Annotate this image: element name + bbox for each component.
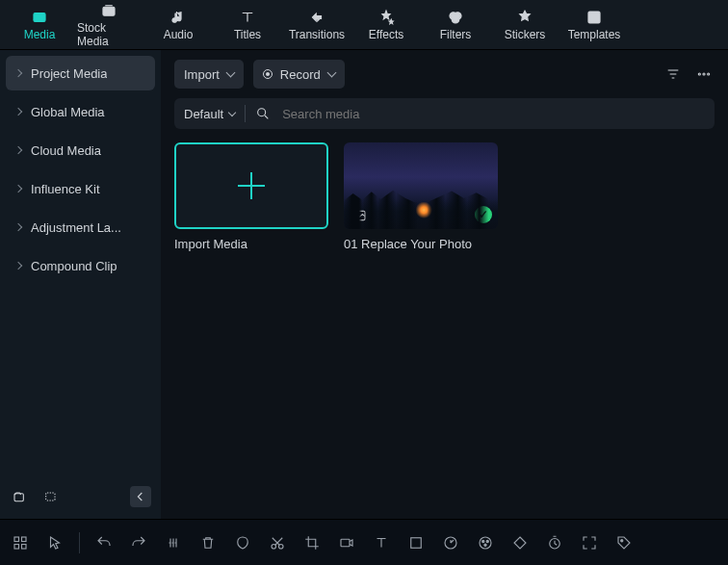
- tab-stock-media[interactable]: Stock Media: [77, 2, 141, 48]
- tab-effects[interactable]: Effects: [354, 2, 418, 48]
- image-icon: [351, 208, 367, 223]
- sidebar-item-influence-kit[interactable]: Influence Kit: [6, 171, 155, 206]
- divider: [245, 105, 246, 122]
- media-icon: [31, 9, 48, 26]
- sidebar-item-label: Cloud Media: [31, 143, 101, 158]
- keyframe-icon[interactable]: [509, 532, 531, 553]
- redo-icon[interactable]: [128, 532, 149, 553]
- svg-rect-23: [411, 537, 422, 548]
- timer-icon[interactable]: [544, 532, 565, 553]
- svg-rect-14: [353, 211, 365, 219]
- sidebar-item-global-media[interactable]: Global Media: [6, 94, 155, 129]
- speed-icon[interactable]: [440, 532, 461, 553]
- stickers-icon: [516, 9, 533, 26]
- check-icon: ✓: [475, 206, 492, 223]
- tab-audio[interactable]: Audio: [146, 2, 210, 48]
- sidebar-item-label: Global Media: [31, 105, 105, 119]
- marker-icon[interactable]: [163, 532, 184, 553]
- sidebar-item-label: Project Media: [31, 66, 107, 81]
- new-bin-icon[interactable]: [40, 486, 62, 507]
- mask-icon[interactable]: [232, 532, 253, 553]
- svg-point-3: [106, 10, 108, 12]
- new-folder-icon[interactable]: [10, 486, 31, 507]
- crop-icon[interactable]: [301, 532, 323, 553]
- svg-point-13: [258, 109, 266, 116]
- sidebar-item-adjustment-la-[interactable]: Adjustment La...: [6, 210, 155, 244]
- svg-point-10: [698, 73, 700, 75]
- import-tile[interactable]: [174, 142, 328, 229]
- import-button[interactable]: Import: [174, 60, 244, 89]
- sidebar-item-project-media[interactable]: Project Media: [6, 56, 155, 90]
- tab-label: Media: [24, 28, 56, 41]
- tab-titles[interactable]: Titles: [216, 2, 279, 48]
- svg-rect-22: [341, 539, 350, 547]
- delete-icon[interactable]: [197, 532, 219, 553]
- svg-point-15: [356, 214, 358, 216]
- main-panel: Import Record Default Import Media✓01 Re…: [161, 50, 728, 519]
- chevron-right-icon: [14, 185, 22, 193]
- svg-point-6: [452, 15, 459, 23]
- import-label: Import: [184, 67, 220, 82]
- grid-icon[interactable]: [10, 532, 31, 553]
- undo-icon[interactable]: [93, 532, 115, 553]
- expand-icon[interactable]: [579, 532, 600, 553]
- search-row: Default: [174, 98, 715, 129]
- record-button[interactable]: Record: [253, 60, 345, 89]
- separator: [79, 532, 80, 553]
- media-grid: Import Media✓01 Replace Your Photo: [174, 139, 715, 251]
- chevron-right-icon: [14, 223, 22, 231]
- svg-point-26: [482, 540, 484, 542]
- tab-label: Filters: [440, 28, 472, 41]
- color-icon[interactable]: [475, 532, 496, 553]
- camera-icon[interactable]: [336, 532, 357, 553]
- svg-rect-2: [103, 7, 115, 15]
- templates-icon: [585, 9, 603, 26]
- tab-stickers[interactable]: Stickers: [493, 2, 557, 48]
- tab-label: Effects: [369, 28, 403, 41]
- sort-button[interactable]: Default: [184, 107, 235, 121]
- collapse-sidebar-button[interactable]: [130, 486, 151, 507]
- media-tile[interactable]: ✓01 Replace Your Photo: [344, 142, 498, 251]
- transitions-icon: [308, 9, 325, 26]
- chevron-right-icon: [14, 262, 22, 270]
- svg-point-28: [484, 544, 486, 546]
- chevron-right-icon: [14, 69, 22, 77]
- chevron-down-icon: [326, 68, 336, 78]
- tile-label: 01 Replace Your Photo: [344, 237, 498, 251]
- tab-media[interactable]: Media: [8, 2, 71, 48]
- svg-point-30: [621, 539, 623, 541]
- sidebar-item-cloud-media[interactable]: Cloud Media: [6, 133, 155, 167]
- top-nav: MediaStock MediaAudioTitlesTransitionsEf…: [0, 0, 728, 50]
- svg-rect-8: [14, 494, 23, 501]
- shape-icon[interactable]: [405, 532, 427, 553]
- filters-icon: [447, 9, 464, 26]
- filter-icon[interactable]: [663, 64, 684, 85]
- tab-transitions[interactable]: Transitions: [285, 2, 349, 48]
- main-toolbar: Import Record: [174, 60, 715, 89]
- media-thumbnail[interactable]: ✓: [344, 142, 498, 229]
- tab-label: Templates: [568, 28, 621, 41]
- chevron-right-icon: [14, 146, 22, 154]
- search-icon: [255, 106, 271, 121]
- media-tile[interactable]: Import Media: [174, 142, 328, 251]
- pointer-icon[interactable]: [44, 532, 65, 553]
- tab-label: Titles: [234, 28, 261, 41]
- sidebar-item-compound-clip[interactable]: Compound Clip: [6, 248, 155, 283]
- record-label: Record: [280, 67, 321, 82]
- tab-templates[interactable]: Templates: [562, 2, 626, 48]
- tab-label: Audio: [164, 28, 194, 41]
- svg-rect-16: [14, 537, 19, 542]
- timeline-toolbar: [0, 519, 728, 565]
- record-icon: [263, 69, 273, 79]
- tag-icon[interactable]: [613, 532, 635, 553]
- stock-icon: [100, 2, 117, 19]
- svg-point-12: [708, 73, 710, 75]
- svg-rect-7: [588, 12, 600, 23]
- chevron-down-icon: [225, 68, 235, 78]
- text-icon[interactable]: [371, 532, 392, 553]
- search-input[interactable]: [280, 106, 705, 122]
- sidebar-footer: [6, 480, 155, 513]
- cut-icon[interactable]: [267, 532, 288, 553]
- tab-filters[interactable]: Filters: [424, 2, 487, 48]
- more-icon[interactable]: [693, 64, 715, 85]
